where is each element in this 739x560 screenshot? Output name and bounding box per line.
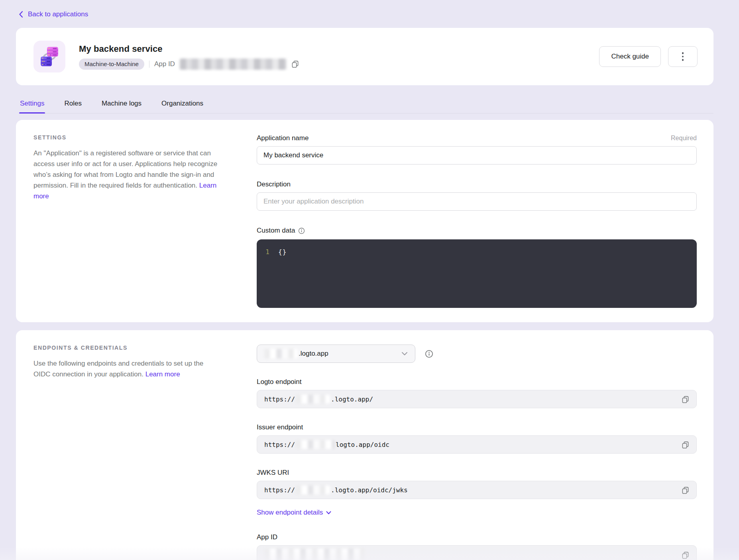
back-to-applications-link[interactable]: Back to applications [18,10,88,18]
logto-endpoint-group: Logto endpoint https://.logto.app/ [257,378,697,408]
description-label: Description [257,180,291,188]
check-guide-button[interactable]: Check guide [599,46,661,67]
endpoints-section-description: Use the following endpoints and credenti… [33,358,221,380]
endpoints-form-column: .logto.app Logto endpoint https://.logto… [257,345,697,560]
tenant-domain-value: .logto.app [299,350,328,358]
app-id-label: App ID [154,60,175,68]
endpoints-learn-more-link[interactable]: Learn more [145,370,180,378]
endpoints-card: ENDPOINTS & CREDENTIALS Use the followin… [16,330,713,560]
app-id-redacted-value [180,59,287,70]
tab-machine-logs[interactable]: Machine logs [101,97,142,113]
tab-bar: Settings Roles Machine logs Organization… [19,97,713,114]
chevron-down-icon [401,352,408,356]
info-icon[interactable] [425,350,433,358]
page-title: My backend service [79,44,299,54]
logto-endpoint-value: https://.logto.app/ [257,390,697,408]
tab-organizations[interactable]: Organizations [161,97,204,113]
issuer-endpoint-value: https://logto.app/oidc [257,435,697,454]
issuer-endpoint-group: Issuer endpoint https://logto.app/oidc [257,423,697,454]
show-endpoint-details-link[interactable]: Show endpoint details [257,509,331,517]
editor-line-number: 1 [257,247,278,257]
redacted-tenant-id [296,486,330,494]
settings-section-description: An "Application" is a registered softwar… [33,148,221,202]
copy-icon[interactable] [682,396,689,403]
tenant-domain-row: .logto.app [257,345,697,363]
redacted-tenant-id [296,440,335,449]
application-name-label: Application name [257,134,309,142]
meta-divider [149,61,149,68]
application-info: My backend service Machine-to-Machine Ap… [79,44,299,70]
header-actions: Check guide [599,46,698,67]
copy-icon[interactable] [682,486,689,494]
settings-form-column: Application name Required Description Cu… [257,134,697,308]
custom-data-field-group: Custom data 1 {} [257,227,697,308]
endpoints-section-title: ENDPOINTS & CREDENTIALS [33,345,221,351]
tenant-redacted-prefix [264,349,298,358]
page: Back to applications [16,0,713,560]
tenant-domain-select[interactable]: .logto.app [257,345,415,363]
tab-settings[interactable]: Settings [19,97,45,113]
application-header-card: My backend service Machine-to-Machine Ap… [16,28,713,85]
chevron-down-icon [326,511,331,515]
custom-data-code-editor[interactable]: 1 {} [257,239,697,308]
logto-endpoint-label: Logto endpoint [257,378,302,386]
jwks-uri-label: JWKS URI [257,469,289,477]
app-id-value [257,545,697,560]
copy-icon[interactable] [682,551,689,559]
more-actions-button[interactable] [668,46,698,67]
required-hint: Required [671,135,697,142]
chevron-left-icon [18,11,24,18]
jwks-uri-value: https://.logto.app/oidc/jwks [257,481,697,499]
machine-to-machine-icon [33,41,65,72]
redacted-tenant-id [296,395,330,403]
back-link-label: Back to applications [28,10,88,18]
settings-section-title: SETTINGS [33,134,221,141]
custom-data-label: Custom data [257,227,295,235]
app-id-field-group: App ID [257,533,697,560]
copy-icon[interactable] [291,60,299,68]
application-name-field-group: Application name Required [257,134,697,164]
description-field-group: Description [257,180,697,211]
copy-icon[interactable] [682,441,689,448]
application-meta: Machine-to-Machine App ID [79,59,299,70]
kebab-vertical-icon [682,52,684,54]
jwks-uri-group: JWKS URI https://.logto.app/oidc/jwks [257,469,697,499]
editor-content: {} [278,247,287,257]
app-id-label: App ID [257,533,277,541]
tab-roles[interactable]: Roles [63,97,82,113]
description-input[interactable] [257,192,697,211]
info-icon[interactable] [298,227,305,234]
settings-description-column: SETTINGS An "Application" is a registere… [33,134,221,308]
redacted-app-id [264,549,365,560]
application-type-badge: Machine-to-Machine [79,59,144,70]
application-name-input[interactable] [257,146,697,164]
issuer-endpoint-label: Issuer endpoint [257,423,303,431]
settings-card: SETTINGS An "Application" is a registere… [16,120,713,322]
endpoints-description-column: ENDPOINTS & CREDENTIALS Use the followin… [33,345,221,560]
